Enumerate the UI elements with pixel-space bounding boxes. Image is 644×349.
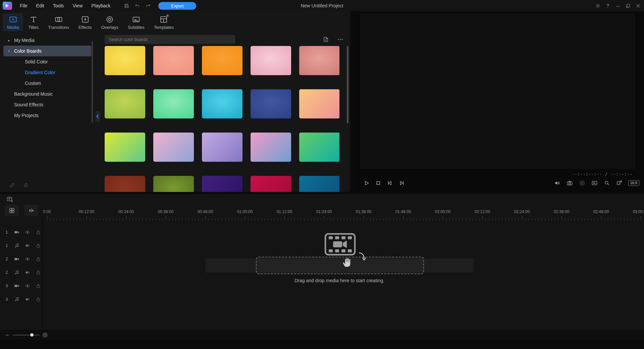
zoom-slider[interactable] [13, 335, 40, 336]
media-library-panel: MediaTitlesTransitionsEffectsOverlaysSub… [0, 11, 350, 192]
lock-icon[interactable] [35, 256, 41, 262]
sidebar-item-gradient-color[interactable]: Gradient Color [3, 67, 91, 78]
tab-titles[interactable]: Titles [24, 13, 43, 31]
color-board-swatch-4[interactable] [251, 46, 291, 75]
color-board-swatch-3[interactable] [202, 46, 243, 75]
color-board-swatch-20[interactable] [299, 176, 339, 192]
volume-icon[interactable] [554, 179, 561, 187]
audio-mute-icon[interactable] [24, 243, 30, 249]
visibility-icon[interactable] [24, 256, 30, 262]
sidebar-item-my-media[interactable]: ▸My Media [3, 35, 91, 46]
pop-out-icon[interactable] [616, 179, 623, 187]
sidebar-item-my-projects[interactable]: My Projects [3, 110, 91, 121]
more-options-icon[interactable] [337, 36, 343, 43]
close-icon[interactable] [633, 1, 643, 10]
play-button[interactable] [363, 179, 370, 187]
ruler-label: 02:24:00 [514, 209, 530, 214]
expanded-arrow-icon: ▾ [8, 49, 14, 53]
snapshot-camera-icon[interactable] [566, 179, 574, 187]
timeline-ruler[interactable]: 0:0000:12:0000:24:0000:36:0000:48:0001:0… [0, 208, 644, 224]
color-board-swatch-12[interactable] [153, 133, 194, 162]
lock-icon[interactable] [35, 243, 41, 249]
color-board-swatch-6[interactable] [105, 89, 145, 118]
next-frame-button[interactable] [398, 179, 405, 187]
sidebar-item-background-music[interactable]: Background Music [3, 89, 91, 99]
color-board-swatch-19[interactable] [251, 176, 291, 192]
tab-effects[interactable]: Effects [74, 13, 96, 31]
restore-window-icon[interactable] [623, 1, 633, 10]
color-board-swatch-15[interactable] [299, 133, 339, 162]
tab-overlays[interactable]: Overlays [97, 13, 123, 31]
color-board-swatch-9[interactable] [251, 89, 291, 118]
zoom-out-icon[interactable] [5, 333, 10, 338]
sidebar-item-custom[interactable]: Custom [3, 78, 91, 89]
help-icon[interactable]: ? [603, 1, 612, 10]
manage-tracks-icon[interactable] [7, 197, 15, 204]
color-board-swatch-16[interactable] [105, 176, 145, 192]
zoom-in-icon[interactable] [43, 333, 48, 338]
stop-button[interactable] [374, 179, 382, 187]
redo-icon[interactable] [144, 1, 152, 10]
tab-templates[interactable]: Templates [150, 13, 178, 31]
ruler-label: 01:36:00 [356, 209, 372, 214]
undo-icon[interactable] [133, 1, 142, 10]
sidebar-scrollbar[interactable] [92, 41, 93, 123]
tab-media[interactable]: Media [3, 13, 23, 31]
sidebar-item-sound-effects[interactable]: Sound Effects [3, 99, 91, 110]
audio-track-2-header: 2 [0, 266, 42, 279]
aspect-ratio-button[interactable]: 16:9 [628, 180, 639, 186]
save-icon[interactable] [122, 1, 131, 10]
audio-mute-icon[interactable] [24, 270, 30, 276]
color-board-swatch-11[interactable] [105, 133, 145, 162]
eraser-icon[interactable] [23, 182, 29, 188]
color-board-swatch-7[interactable] [153, 89, 194, 118]
lock-icon[interactable] [35, 283, 41, 289]
lock-icon[interactable] [35, 230, 41, 235]
render-preview-icon[interactable] [579, 179, 586, 187]
menu-edit[interactable]: Edit [32, 0, 49, 11]
color-board-swatch-2[interactable] [153, 46, 194, 75]
lock-icon[interactable] [35, 297, 41, 302]
visibility-icon[interactable] [24, 230, 30, 235]
color-board-swatch-18[interactable] [202, 176, 243, 192]
lock-icon[interactable] [35, 270, 41, 276]
audio-mute-icon[interactable] [24, 297, 30, 302]
chevron-left-icon [96, 114, 99, 118]
tab-transitions[interactable]: Transitions [44, 13, 73, 31]
color-board-swatch-17[interactable] [153, 176, 194, 192]
menu-tools[interactable]: Tools [49, 0, 68, 11]
sidebar-item-solid-color[interactable]: Solid Color [3, 56, 91, 67]
video-track-2-header: 2 [0, 252, 42, 266]
color-board-swatch-5[interactable] [299, 46, 339, 75]
previous-frame-button[interactable] [386, 179, 393, 187]
minimize-icon[interactable] [613, 1, 623, 10]
zoom-slider-thumb[interactable] [30, 333, 34, 337]
visibility-icon[interactable] [24, 283, 30, 289]
tab-subtitles[interactable]: Subtitles [123, 13, 149, 31]
color-board-swatch-10[interactable] [299, 89, 339, 118]
media-drop-zone[interactable] [256, 257, 424, 274]
audio-track-1-header: 1 [0, 239, 42, 252]
ruler-label: 02:00:00 [435, 209, 451, 214]
zoom-level-icon[interactable] [603, 179, 611, 187]
overlays-icon [106, 15, 114, 23]
menu-playback[interactable]: Playback [87, 0, 115, 11]
collapse-sidebar-button[interactable] [95, 111, 100, 122]
menu-file[interactable]: File [15, 0, 32, 11]
sidebar-item-color-boards[interactable]: ▾Color Boards [3, 46, 91, 56]
color-board-swatch-14[interactable] [251, 133, 291, 162]
search-input[interactable] [105, 35, 235, 44]
settings-gear-icon[interactable] [593, 1, 602, 10]
track-number: 2 [5, 270, 9, 275]
edit-brush-icon[interactable] [9, 182, 15, 188]
color-board-swatch-1[interactable] [105, 46, 145, 75]
add-color-board-icon[interactable] [323, 36, 329, 43]
export-button[interactable]: Export [158, 2, 196, 10]
playback-quality-icon[interactable] [591, 179, 598, 187]
color-board-swatch-13[interactable] [202, 133, 243, 162]
drop-hint-text: Drag and drop media here to start creati… [239, 278, 440, 283]
color-board-swatch-8[interactable] [202, 89, 243, 118]
menu-view[interactable]: View [68, 0, 87, 11]
content-scrollbar[interactable] [347, 46, 348, 123]
video-camera-icon [14, 230, 19, 235]
